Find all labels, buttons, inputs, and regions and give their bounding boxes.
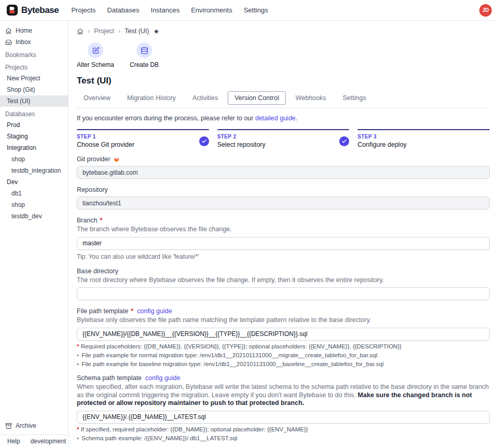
base-directory-group: Base directory The root directory where … bbox=[77, 268, 490, 301]
base-directory-helper: The root directory where Bytebase observ… bbox=[77, 276, 490, 285]
tab-bar: Overview Migration History Activities Ve… bbox=[77, 91, 490, 108]
favorite-star-icon[interactable]: ★ bbox=[153, 27, 159, 35]
main-content: › Project › Test (UI) ★ Alter Schema Cre… bbox=[68, 21, 498, 447]
sidebar-db-shop-integration[interactable]: shop bbox=[0, 153, 68, 165]
step-3[interactable]: STEP 3 Configure deploy bbox=[357, 129, 490, 148]
quick-action-label: Create DB bbox=[130, 61, 159, 68]
bullet-marker: • bbox=[77, 435, 79, 441]
tab-activities[interactable]: Activities bbox=[186, 91, 225, 105]
gitlab-icon bbox=[113, 156, 120, 163]
sidebar-env-dev[interactable]: Dev bbox=[0, 176, 68, 188]
sidebar-db-db1[interactable]: db1 bbox=[0, 188, 68, 199]
breadcrumb: › Project › Test (UI) ★ bbox=[77, 26, 490, 36]
step-1[interactable]: STEP 1 Choose Git provider bbox=[77, 129, 209, 148]
sidebar-item-test-ui[interactable]: Test (UI) bbox=[0, 95, 68, 107]
sidebar-item-label: Archive bbox=[16, 422, 36, 429]
sidebar-env-prod[interactable]: Prod bbox=[0, 119, 68, 131]
step-label: STEP 3 bbox=[357, 134, 407, 139]
sidebar-section-bookmarks[interactable]: Bookmarks bbox=[0, 48, 68, 60]
breadcrumb-current[interactable]: Test (UI) bbox=[125, 27, 149, 35]
sidebar-section-projects: Projects bbox=[0, 60, 68, 73]
step-2[interactable]: STEP 2 Select repository bbox=[217, 129, 350, 148]
check-icon bbox=[339, 136, 349, 146]
git-provider-input bbox=[77, 166, 490, 179]
required-marker: * bbox=[77, 343, 79, 349]
sidebar-item-label: Home bbox=[16, 27, 32, 34]
bytebase-logo-icon bbox=[6, 4, 18, 16]
file-path-template-group: File path template * config guide Byteba… bbox=[77, 307, 490, 367]
repository-label: Repository bbox=[77, 186, 108, 193]
branch-input[interactable] bbox=[77, 237, 490, 250]
nav-databases[interactable]: Databases bbox=[107, 6, 139, 14]
branch-label: Branch bbox=[77, 217, 98, 224]
sidebar-db-shop-dev[interactable]: shop bbox=[0, 199, 68, 211]
sidebar-item-archive[interactable]: Archive bbox=[0, 420, 68, 431]
tab-settings[interactable]: Settings bbox=[336, 91, 373, 105]
config-guide-link[interactable]: config guide bbox=[145, 374, 180, 382]
sidebar-env-staging[interactable]: Staging bbox=[0, 131, 68, 142]
quick-action-alter-schema[interactable]: Alter Schema bbox=[77, 43, 114, 68]
tab-migration-history[interactable]: Migration History bbox=[120, 91, 183, 105]
file-path-template-input[interactable] bbox=[77, 328, 490, 341]
schema-path-template-input[interactable] bbox=[77, 411, 490, 424]
tab-webhooks[interactable]: Webhooks bbox=[289, 91, 333, 105]
base-directory-input[interactable] bbox=[77, 287, 490, 300]
sidebar: Home Inbox Bookmarks Projects New Projec… bbox=[0, 21, 68, 447]
sidebar-item-label: Inbox bbox=[16, 38, 31, 46]
breadcrumb-separator: › bbox=[118, 27, 120, 35]
config-guide-link[interactable]: config guide bbox=[137, 307, 172, 315]
tab-overview[interactable]: Overview bbox=[77, 91, 117, 105]
step-indicator: STEP 1 Choose Git provider STEP 2 Select bbox=[77, 129, 490, 148]
detailed-guide-link[interactable]: detailed guide bbox=[255, 115, 296, 122]
inbox-icon bbox=[5, 39, 12, 46]
sidebar-item-home[interactable]: Home bbox=[0, 25, 68, 36]
home-icon[interactable] bbox=[77, 28, 84, 35]
repository-config-form: Git provider Repository Branch * The bra… bbox=[77, 156, 490, 441]
sidebar-item-shop-git[interactable]: Shop (Git) bbox=[0, 84, 68, 95]
version-control-panel: If you encounter errors during the proce… bbox=[77, 108, 490, 447]
home-icon bbox=[5, 27, 12, 34]
sidebar-db-testdb-integration[interactable]: testdb_integration bbox=[0, 165, 68, 176]
required-marker: * bbox=[100, 217, 103, 224]
sidebar-spacer bbox=[0, 222, 68, 420]
step-name: Choose Git provider bbox=[77, 141, 134, 148]
git-provider-group: Git provider bbox=[77, 156, 490, 179]
required-marker: * bbox=[77, 426, 79, 432]
user-avatar[interactable]: JD bbox=[479, 4, 492, 17]
step-name: Configure deploy bbox=[357, 141, 407, 148]
help-label[interactable]: Help bbox=[7, 438, 20, 445]
sidebar-item-inbox[interactable]: Inbox bbox=[0, 36, 68, 48]
nav-instances[interactable]: Instances bbox=[151, 6, 180, 14]
branch-helper: The branch where Bytebase observes the f… bbox=[77, 226, 490, 234]
page-title: Test (UI) bbox=[77, 76, 490, 86]
sidebar-db-testdb-dev[interactable]: testdb_dev bbox=[0, 211, 68, 222]
pencil-square-icon bbox=[88, 43, 103, 58]
top-navbar: Bytebase Projects Databases Instances En… bbox=[0, 0, 498, 21]
schema-path-example: • Schema path example: /{{ENV_NAME}}/.db… bbox=[77, 435, 490, 441]
quick-action-create-db[interactable]: Create DB bbox=[130, 43, 159, 68]
sidebar-env-integration[interactable]: Integration bbox=[0, 142, 68, 153]
bullet-marker: • bbox=[77, 361, 79, 367]
schema-path-template-group: Schema path template config guide When s… bbox=[77, 374, 490, 441]
tab-version-control[interactable]: Version Control bbox=[228, 91, 285, 105]
nav-settings[interactable]: Settings bbox=[244, 6, 268, 14]
nav-projects[interactable]: Projects bbox=[71, 6, 95, 14]
schema-path-template-helper: When specified, after each migration, By… bbox=[77, 383, 490, 408]
repository-input bbox=[77, 197, 490, 209]
sidebar-item-new-project[interactable]: New Project bbox=[0, 73, 68, 84]
nav-environments[interactable]: Environments bbox=[191, 6, 232, 14]
sidebar-section-databases: Databases bbox=[0, 107, 68, 119]
breadcrumb-project[interactable]: Project bbox=[94, 27, 114, 35]
file-path-template-label: File path template bbox=[77, 307, 128, 315]
schema-path-required-note: * If specified, required placeholder: {{… bbox=[77, 426, 490, 432]
breadcrumb-separator: › bbox=[88, 27, 90, 35]
base-directory-label: Base directory bbox=[77, 268, 118, 275]
check-icon bbox=[199, 136, 209, 146]
repository-group: Repository bbox=[77, 186, 490, 209]
brand[interactable]: Bytebase bbox=[6, 4, 59, 16]
file-path-example-baseline: • File path example for baseline migrati… bbox=[77, 361, 490, 367]
archive-icon bbox=[5, 423, 12, 429]
step-label: STEP 2 bbox=[217, 134, 266, 139]
file-path-required-note: * Required placeholders: {{DB_NAME}}, {{… bbox=[77, 343, 490, 349]
file-path-template-helper: Bytebase only observes the file path nam… bbox=[77, 316, 490, 325]
